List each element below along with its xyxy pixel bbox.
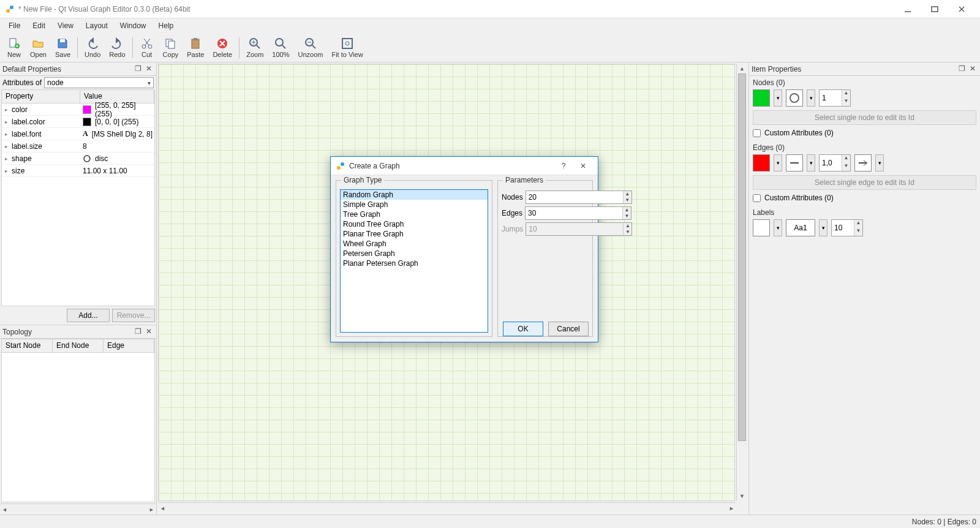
cancel-button[interactable]: Cancel	[548, 322, 589, 336]
edges-spinner[interactable]: ▲▼	[525, 206, 631, 220]
node-custom-attr-label: Custom Attributes (0)	[764, 129, 834, 137]
graph-type-list[interactable]: Random GraphSimple GraphTree GraphRound …	[340, 189, 488, 333]
expand-icon[interactable]: ▸	[2, 131, 10, 137]
graph-type-item[interactable]: Wheel Graph	[341, 239, 488, 249]
redo-button[interactable]: Redo	[105, 36, 129, 59]
topology-col-start[interactable]: Start Node	[2, 339, 53, 352]
graph-type-item[interactable]: Random Graph	[341, 190, 488, 200]
property-row[interactable]: ▸ label.color [0, 0, 0] (255)	[2, 116, 154, 128]
new-button[interactable]: New	[3, 36, 25, 59]
menu-layout[interactable]: Layout	[80, 20, 114, 31]
expand-icon[interactable]: ▸	[2, 156, 10, 162]
panel-float-button[interactable]: ❐	[133, 327, 143, 337]
graph-type-item[interactable]: Planar Tree Graph	[341, 229, 488, 239]
property-row[interactable]: ▸ label.size 8	[2, 140, 154, 153]
property-value: disc	[95, 154, 108, 163]
expand-icon[interactable]: ▸	[2, 143, 10, 149]
menu-view[interactable]: View	[51, 20, 80, 31]
font-sample-button[interactable]: Aa1	[786, 219, 815, 236]
graph-canvas[interactable]: Create a Graph ? ✕ Graph Type Random Gra…	[158, 64, 735, 501]
panel-float-button[interactable]: ❐	[957, 64, 967, 74]
property-row[interactable]: ▸ color [255, 0, 255] (255)	[2, 104, 154, 116]
window-minimize-button[interactable]	[894, 0, 921, 18]
font-size-spinner[interactable]: ▲▼	[831, 219, 863, 236]
property-row[interactable]: ▸ label.font A[MS Shell Dlg 2, 8]	[2, 128, 154, 140]
panel-float-button[interactable]: ❐	[133, 64, 143, 74]
default-properties-title: Default Properties	[2, 65, 132, 74]
menu-edit[interactable]: Edit	[26, 20, 51, 31]
expand-icon[interactable]: ▸	[2, 119, 10, 125]
dropdown-icon[interactable]: ▾	[819, 219, 827, 236]
edge-color-button[interactable]	[753, 154, 770, 172]
edge-style-button[interactable]	[786, 154, 803, 172]
undo-button[interactable]: Undo	[81, 36, 104, 59]
edge-custom-attr-checkbox[interactable]	[753, 194, 761, 202]
zoom-100-button[interactable]: 100%	[268, 36, 293, 59]
dialog-close-button[interactable]: ✕	[573, 158, 593, 174]
property-row[interactable]: ▸ size 11.00 x 11.00	[2, 165, 154, 177]
topology-col-end[interactable]: End Node	[53, 339, 104, 352]
edge-weight-input[interactable]	[820, 156, 842, 170]
nodes-input[interactable]	[526, 191, 623, 203]
window-close-button[interactable]	[948, 0, 975, 18]
topology-col-edge[interactable]: Edge	[104, 339, 154, 352]
add-property-button[interactable]: Add...	[67, 309, 110, 322]
delete-button[interactable]: Delete	[209, 36, 236, 59]
menu-window[interactable]: Window	[114, 20, 153, 31]
attributes-of-label: Attributes of	[2, 78, 42, 87]
spinner-down[interactable]: ▼	[622, 213, 631, 219]
property-header[interactable]: Property	[2, 90, 80, 103]
graph-type-item[interactable]: Planar Petersen Graph	[341, 258, 488, 268]
graph-type-item[interactable]: Round Tree Graph	[341, 219, 488, 229]
topology-hscroll[interactable]	[0, 503, 156, 515]
cut-button[interactable]: Cut	[136, 36, 158, 59]
canvas-hscroll[interactable]	[158, 502, 736, 513]
remove-property-button[interactable]: Remove...	[112, 309, 155, 322]
panel-close-button[interactable]: ✕	[144, 327, 154, 337]
dialog-help-button[interactable]: ?	[554, 158, 573, 174]
copy-button[interactable]: Copy	[159, 36, 183, 59]
font-size-input[interactable]	[832, 221, 854, 235]
nodes-spinner[interactable]: ▲▼	[526, 190, 632, 204]
property-row[interactable]: ▸ shape disc	[2, 153, 154, 165]
node-color-button[interactable]	[753, 89, 770, 107]
panel-close-button[interactable]: ✕	[144, 64, 154, 74]
dropdown-icon[interactable]: ▾	[774, 154, 782, 172]
paste-button[interactable]: Paste	[183, 36, 208, 59]
open-button[interactable]: Open	[26, 36, 50, 59]
label-color-button[interactable]	[753, 219, 770, 236]
dropdown-icon[interactable]: ▾	[774, 219, 782, 236]
menu-file[interactable]: File	[2, 20, 26, 31]
spinner-up[interactable]: ▲	[622, 207, 631, 213]
fit-to-view-button[interactable]: Fit to View	[328, 36, 366, 59]
edges-input[interactable]	[526, 207, 622, 219]
save-button[interactable]: Save	[51, 36, 74, 59]
dropdown-icon[interactable]: ▾	[774, 89, 782, 107]
edges-section-title: Edges (0)	[753, 143, 976, 152]
graph-type-item[interactable]: Tree Graph	[341, 209, 488, 219]
zoom-in-button[interactable]: Zoom	[243, 36, 267, 59]
zoom-out-button[interactable]: Unzoom	[294, 36, 326, 59]
expand-icon[interactable]: ▸	[2, 107, 10, 113]
edge-arrow-button[interactable]	[854, 154, 872, 172]
node-stroke-spinner[interactable]: ▲▼	[819, 89, 851, 107]
svg-point-18	[276, 39, 283, 46]
spinner-down[interactable]: ▼	[623, 197, 631, 203]
edge-weight-spinner[interactable]: ▲▼	[819, 154, 851, 172]
expand-icon[interactable]: ▸	[2, 168, 10, 174]
dropdown-icon[interactable]: ▾	[875, 154, 884, 172]
node-shape-button[interactable]	[786, 89, 803, 107]
window-maximize-button[interactable]	[921, 0, 948, 18]
attributes-of-combo[interactable]: node	[44, 77, 154, 88]
node-custom-attr-checkbox[interactable]	[753, 129, 761, 137]
spinner-up[interactable]: ▲	[623, 191, 631, 197]
dropdown-icon[interactable]: ▾	[807, 89, 815, 107]
graph-type-item[interactable]: Petersen Graph	[341, 249, 488, 258]
ok-button[interactable]: OK	[503, 322, 543, 336]
canvas-vscroll[interactable]	[736, 64, 747, 501]
node-stroke-input[interactable]	[820, 91, 842, 105]
panel-close-button[interactable]: ✕	[968, 64, 978, 74]
menu-help[interactable]: Help	[153, 20, 180, 31]
graph-type-item[interactable]: Simple Graph	[341, 200, 488, 209]
dropdown-icon[interactable]: ▾	[807, 154, 815, 172]
